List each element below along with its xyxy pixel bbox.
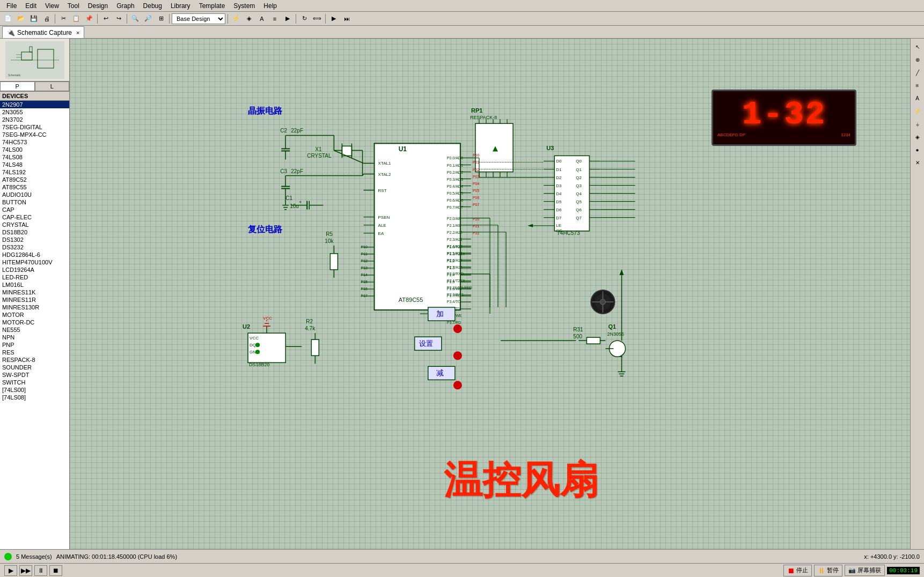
bus-tool[interactable]: ≡	[912, 79, 923, 91]
new-button[interactable]: 📄	[2, 13, 14, 25]
device-item[interactable]: LED-RED	[0, 273, 69, 281]
menu-graph[interactable]: Graph	[112, 1, 138, 11]
port-tool[interactable]: ◈	[912, 131, 923, 143]
pin-button[interactable]: ▶	[282, 13, 294, 25]
svg-text:U3: U3	[546, 145, 554, 151]
undo-button[interactable]: ↩	[100, 13, 112, 25]
device-item[interactable]: 2N3702	[0, 116, 69, 123]
redo-button[interactable]: ↪	[113, 13, 124, 25]
open-button[interactable]: 📂	[15, 13, 27, 25]
menu-debug[interactable]: Debug	[139, 1, 166, 11]
menu-edit[interactable]: Edit	[21, 1, 41, 11]
rotate-button[interactable]: ↻	[298, 13, 310, 25]
device-item[interactable]: 2N3055	[0, 108, 69, 116]
device-item[interactable]: AT89C52	[0, 176, 69, 183]
power-tool[interactable]: ⚡	[912, 105, 923, 117]
parts-tab[interactable]: P	[0, 82, 35, 91]
device-item[interactable]: LM016L	[0, 281, 69, 288]
device-item[interactable]: 74LS00	[0, 146, 69, 153]
svg-text:C1: C1	[285, 195, 292, 201]
mirror-button[interactable]: ⟺	[311, 13, 323, 25]
device-item[interactable]: 74LS192	[0, 168, 69, 176]
zoom-in-button[interactable]: 🔍	[129, 13, 141, 25]
menu-library[interactable]: Library	[166, 1, 195, 11]
menu-view[interactable]: View	[41, 1, 63, 11]
device-item[interactable]: 7SEG-MPX4-CC	[0, 131, 69, 138]
cut-button[interactable]: ✂	[57, 13, 69, 25]
menu-file[interactable]: File	[2, 1, 21, 11]
schematic-canvas[interactable]: 晶振电路 C2 22pF C3 22pF X1 CRYSTAL	[70, 39, 910, 549]
copy-button[interactable]: 📋	[70, 13, 82, 25]
device-item[interactable]: [74LS08]	[0, 394, 69, 401]
device-item[interactable]: CRYSTAL	[0, 221, 69, 228]
device-item[interactable]: NPN	[0, 334, 69, 341]
run-button[interactable]: ▶	[328, 13, 340, 25]
device-item[interactable]: SW-SPDT	[0, 371, 69, 379]
save-button[interactable]: 💾	[28, 13, 40, 25]
play-button[interactable]: ▶	[4, 565, 17, 576]
device-item[interactable]: DS3232	[0, 243, 69, 251]
device-item[interactable]: RESPACK-8	[0, 356, 69, 364]
device-list[interactable]: 2N29072N30552N37027SEG-DIGITAL7SEG-MPX4-…	[0, 101, 69, 549]
device-item[interactable]: AUDIO10U	[0, 191, 69, 198]
stop-button[interactable]: ⏹ 停止	[783, 565, 812, 576]
device-item[interactable]: LCD19264A	[0, 266, 69, 273]
wire-tool[interactable]: ╱	[912, 66, 923, 78]
menu-help[interactable]: Help	[259, 1, 281, 11]
schematic-tab[interactable]: 🔌 Schematic Capture ×	[2, 26, 84, 38]
device-item[interactable]: HITEMP470U100V	[0, 258, 69, 266]
layers-tab[interactable]: L	[35, 82, 70, 91]
device-item[interactable]: HDG12864L-6	[0, 251, 69, 258]
component-button[interactable]: ◈	[243, 13, 255, 25]
device-item[interactable]: [74LS00]	[0, 386, 69, 394]
device-item[interactable]: 74LS08	[0, 153, 69, 161]
device-item[interactable]: MOTOR-DC	[0, 319, 69, 326]
paste-button[interactable]: 📌	[83, 13, 95, 25]
device-item[interactable]: 74HC573	[0, 138, 69, 146]
pointer-tool[interactable]: ↖	[912, 41, 923, 53]
pause-button[interactable]: ⏸ 暂停	[814, 565, 842, 576]
label-tool[interactable]: A	[912, 92, 923, 104]
menu-design[interactable]: Design	[84, 1, 112, 11]
menu-tool[interactable]: Tool	[63, 1, 84, 11]
wire-button[interactable]: ⚡	[230, 13, 242, 25]
screenshot-button[interactable]: 📷 屏幕捕获	[845, 565, 885, 576]
device-item[interactable]: RES	[0, 349, 69, 356]
stop-play-button[interactable]: ▶▶	[19, 565, 32, 576]
device-item[interactable]: CAP-ELEC	[0, 213, 69, 221]
svg-text:P06: P06	[473, 196, 480, 199]
device-item[interactable]: MOTOR	[0, 311, 69, 319]
device-item[interactable]: PNP	[0, 341, 69, 349]
tab-close[interactable]: ×	[76, 29, 79, 36]
device-item[interactable]: NE555	[0, 326, 69, 334]
component-place[interactable]: ⊕	[912, 54, 923, 65]
device-item[interactable]: SWITCH	[0, 379, 69, 386]
device-item[interactable]: 7SEG-DIGITAL	[0, 123, 69, 131]
device-item[interactable]: 2N2907	[0, 101, 69, 108]
no-connect-tool[interactable]: ✕	[912, 157, 923, 168]
device-item[interactable]: DS1302	[0, 236, 69, 243]
ground-tool[interactable]: ⏚	[912, 118, 923, 130]
svg-text:P20: P20	[473, 217, 480, 221]
device-item[interactable]: MINRES130R	[0, 304, 69, 311]
device-item[interactable]: SOUNDER	[0, 364, 69, 371]
text-button[interactable]: A	[256, 13, 268, 25]
menu-template[interactable]: Template	[195, 1, 230, 11]
step-play-button[interactable]: ⏹	[49, 565, 62, 576]
zoom-out-button[interactable]: 🔎	[142, 13, 154, 25]
device-item[interactable]: CAP	[0, 206, 69, 213]
device-item[interactable]: 74LS48	[0, 161, 69, 168]
bus-button[interactable]: ≡	[269, 13, 281, 25]
device-item[interactable]: DS18B20	[0, 228, 69, 236]
print-button[interactable]: 🖨	[41, 13, 53, 25]
menu-system[interactable]: System	[229, 1, 259, 11]
zoom-fit-button[interactable]: ⊞	[155, 13, 167, 25]
device-item[interactable]: MINRES11R	[0, 296, 69, 304]
design-dropdown[interactable]: Base Design	[172, 13, 225, 24]
junction-tool[interactable]: ●	[912, 144, 923, 156]
device-item[interactable]: MINRES11K	[0, 288, 69, 296]
pause-play-button[interactable]: ⏸	[34, 565, 47, 576]
device-item[interactable]: AT89C55	[0, 183, 69, 191]
step-button[interactable]: ⏭	[341, 13, 353, 25]
device-item[interactable]: BUTTON	[0, 198, 69, 206]
